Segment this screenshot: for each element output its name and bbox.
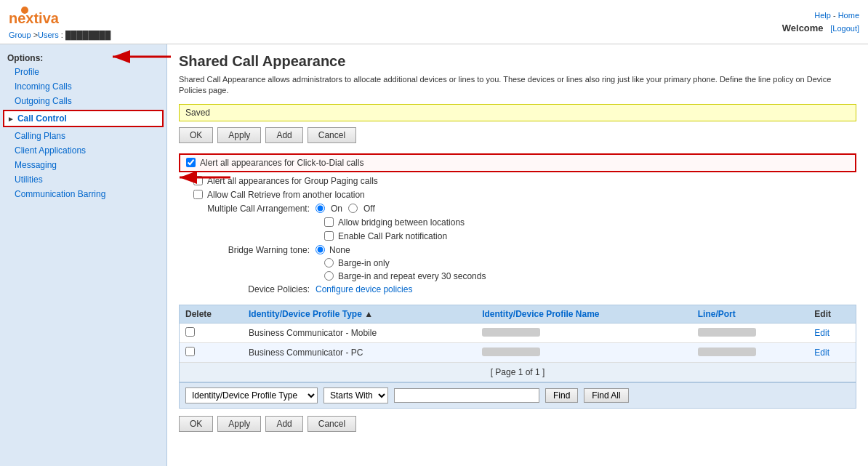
devices-table: Delete Identity/Device Profile Type ▲ Id…	[180, 305, 856, 363]
bridge-tone-barge-repeat-radio[interactable]	[324, 271, 334, 281]
row2-port	[692, 342, 809, 362]
page-description: Shared Call Appearance allows administra…	[179, 74, 856, 97]
sidebar-link-client-applications[interactable]: Client Applications	[15, 145, 86, 156]
filter-condition-select[interactable]: Starts With Contains Ends With	[324, 387, 388, 403]
sidebar-link-outgoing-calls[interactable]: Outgoing Calls	[15, 96, 72, 106]
sidebar-options-label: Options:	[0, 50, 166, 65]
ok-button-top[interactable]: OK	[179, 127, 213, 143]
sidebar-item-call-control[interactable]: ► Call Control	[3, 110, 164, 127]
row2-type: Business Communicator - PC	[243, 342, 476, 362]
active-arrow-icon: ►	[7, 115, 15, 123]
table-container: Delete Identity/Device Profile Type ▲ Id…	[179, 305, 856, 409]
multiple-call-arrangement-row: Multiple Call Arrangement: On Off	[179, 204, 856, 214]
mca-on-radio[interactable]	[316, 204, 325, 213]
bridge-tone-none: None	[316, 245, 350, 255]
logout-link[interactable]: [Logout]	[830, 24, 859, 33]
sidebar-link-messaging[interactable]: Messaging	[15, 160, 57, 170]
sidebar-item-client-applications[interactable]: Client Applications	[0, 143, 166, 158]
row1-edit: Edit	[808, 323, 856, 342]
table-row: Business Communicator - Mobile Edit	[180, 323, 856, 342]
bottom-button-row: OK Apply Add Cancel	[179, 416, 856, 432]
alert-group-paging-checkbox[interactable]	[193, 176, 203, 185]
sidebar-link-profile[interactable]: Profile	[15, 67, 39, 77]
find-button[interactable]: Find	[545, 388, 578, 403]
main-layout: Options: Profile Incoming Calls Outgoing…	[0, 44, 868, 466]
add-button-bottom[interactable]: Add	[265, 416, 302, 432]
configure-device-policies-link[interactable]: Configure device policies	[316, 284, 412, 294]
row2-port-blurred	[698, 348, 756, 356]
sidebar-item-messaging[interactable]: Messaging	[0, 158, 166, 172]
breadcrumb-group[interactable]: Group	[9, 31, 31, 39]
sidebar-link-communication-barring[interactable]: Communication Barring	[15, 189, 105, 199]
mca-off-label: Off	[363, 204, 375, 214]
device-policies-label: Device Policies:	[179, 284, 310, 294]
alert-group-paging-row: Alert all appearances for Group Paging c…	[179, 176, 856, 186]
page-title: Shared Call Appearance	[179, 53, 856, 70]
allow-bridging-row: Allow bridging between locations	[179, 217, 856, 228]
content-area: Shared Call Appearance Shared Call Appea…	[167, 44, 868, 466]
bridge-warning-tone-label: Bridge Warning tone:	[179, 245, 310, 255]
col-identity-type-link[interactable]: Identity/Device Profile Type	[249, 309, 362, 319]
sidebar-item-outgoing-calls[interactable]: Outgoing Calls	[0, 94, 166, 108]
enable-call-park-checkbox[interactable]	[324, 231, 334, 241]
sidebar-item-profile[interactable]: Profile	[0, 65, 166, 79]
sidebar-item-communication-barring[interactable]: Communication Barring	[0, 187, 166, 201]
apply-button-bottom[interactable]: Apply	[217, 416, 261, 432]
row1-delete-checkbox[interactable]	[185, 327, 195, 337]
sidebar-item-utilities[interactable]: Utilities	[0, 172, 166, 187]
sidebar-item-calling-plans[interactable]: Calling Plans	[0, 129, 166, 143]
bridge-tone-barge-only-radio[interactable]	[324, 258, 334, 268]
alert-click-to-dial-row: Alert all appearances for Click-to-Dial …	[179, 153, 856, 172]
allow-bridging-checkbox[interactable]	[324, 217, 334, 227]
header-links: Help - Home	[782, 11, 859, 20]
sort-icon: ▲	[364, 309, 373, 319]
sidebar-link-call-control[interactable]: Call Control	[17, 113, 67, 124]
search-row: Identity/Device Profile Type Identity/De…	[180, 382, 856, 408]
link-separator: -	[833, 11, 838, 20]
allow-call-retrieve-checkbox[interactable]	[193, 190, 203, 199]
nextiva-logo: nextiva	[9, 4, 89, 29]
filter-type-select[interactable]: Identity/Device Profile Type Identity/De…	[185, 387, 318, 403]
row1-port-blurred	[698, 328, 756, 337]
sidebar-link-incoming-calls[interactable]: Incoming Calls	[15, 81, 72, 92]
ok-button-bottom[interactable]: OK	[179, 416, 213, 432]
logo-area: nextiva Group >Users : ████████	[9, 4, 110, 39]
find-all-button[interactable]: Find All	[584, 388, 628, 403]
row2-delete-checkbox[interactable]	[185, 347, 195, 356]
add-button-top[interactable]: Add	[265, 127, 302, 143]
sidebar-link-utilities[interactable]: Utilities	[15, 174, 43, 185]
apply-button-top[interactable]: Apply	[217, 127, 261, 143]
cancel-button-bottom[interactable]: Cancel	[308, 416, 356, 432]
bridge-warning-tone-row: Bridge Warning tone: None	[179, 245, 856, 255]
row1-name-blurred	[482, 328, 540, 337]
allow-call-retrieve-row: Allow Call Retrieve from another locatio…	[179, 190, 856, 200]
breadcrumb-users[interactable]: Users	[38, 31, 59, 39]
sidebar-item-incoming-calls[interactable]: Incoming Calls	[0, 79, 166, 94]
mca-on-label: On	[331, 204, 342, 214]
options-section: Alert all appearances for Click-to-Dial …	[179, 153, 856, 294]
logo: nextiva	[9, 4, 110, 29]
search-input[interactable]	[394, 388, 539, 403]
svg-text:nextiva: nextiva	[9, 10, 60, 26]
welcome-label: Welcome [Logout]	[782, 23, 859, 33]
row1-edit-link[interactable]: Edit	[814, 328, 829, 338]
home-link[interactable]: Home	[838, 11, 859, 20]
col-identity-name: Identity/Device Profile Name	[476, 305, 692, 324]
help-link[interactable]: Help	[814, 11, 831, 20]
breadcrumb-user: ████████	[65, 31, 110, 39]
cancel-button-top[interactable]: Cancel	[308, 127, 356, 143]
col-identity-name-link[interactable]: Identity/Device Profile Name	[482, 309, 599, 319]
mca-off-radio[interactable]	[348, 204, 358, 213]
alert-click-to-dial-checkbox[interactable]	[186, 158, 196, 167]
col-line-port: Line/Port	[692, 305, 809, 324]
saved-bar: Saved	[179, 104, 856, 121]
row1-type: Business Communicator - Mobile	[243, 323, 476, 342]
row2-delete	[180, 342, 243, 362]
bridge-tone-none-radio[interactable]	[316, 245, 325, 254]
col-line-port-link[interactable]: Line/Port	[698, 309, 736, 319]
sidebar-link-calling-plans[interactable]: Calling Plans	[15, 131, 65, 141]
row1-name	[476, 323, 692, 342]
row2-edit-link[interactable]: Edit	[814, 348, 829, 358]
bridge-tone-barge-repeat-label: Barge-in and repeat every 30 seconds	[338, 271, 486, 281]
alert-group-paging-label: Alert all appearances for Group Paging c…	[207, 176, 378, 186]
